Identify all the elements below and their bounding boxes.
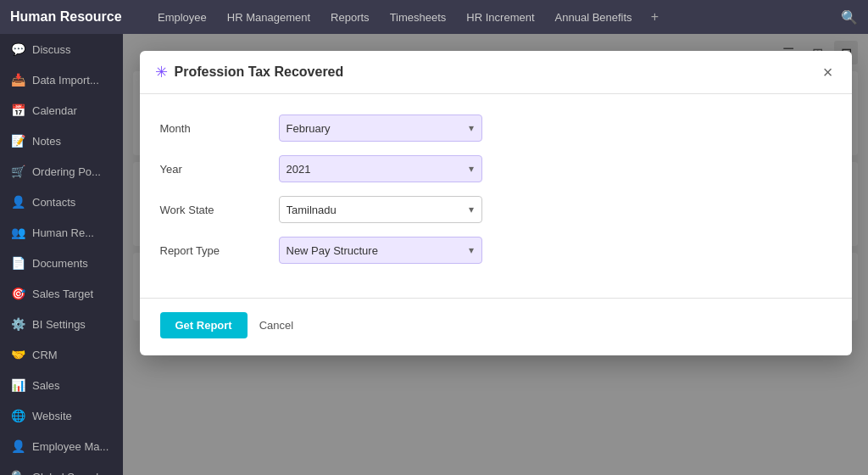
notes-icon: 📝 [10, 133, 25, 148]
month-select[interactable]: February January March April May June Ju… [279, 115, 482, 142]
work-state-row: Work State Tamilnadu Karnataka Maharasht… [160, 196, 832, 223]
sidebar-label-notes: Notes [32, 135, 61, 148]
sidebar-item-global-search[interactable]: 🔍 Global Search [0, 461, 123, 475]
year-row: Year 2019 2020 2021 2022 2023 [160, 155, 832, 182]
sidebar-label-contacts: Contacts [32, 196, 75, 209]
sidebar-label-ordering: Ordering Po... [32, 165, 101, 178]
month-select-wrapper: February January March April May June Ju… [279, 115, 482, 142]
sidebar-item-calendar[interactable]: 📅 Calendar [0, 95, 123, 126]
year-label: Year [160, 163, 279, 176]
sidebar-item-sales-target[interactable]: 🎯 Sales Target [0, 278, 123, 309]
nav-annual-benefits[interactable]: Annual Benefits [547, 8, 641, 27]
modal-close-button[interactable]: × [820, 64, 837, 81]
nav-menu: Employee HR Management Reports Timesheet… [149, 6, 841, 28]
work-state-select[interactable]: Tamilnadu Karnataka Maharashtra Delhi [279, 196, 482, 223]
sidebar-item-website[interactable]: 🌐 Website [0, 400, 123, 431]
get-report-button[interactable]: Get Report [160, 312, 248, 338]
content-area: ☰ ⊞ ⊟ + ABHINAV KUMAR Area Manager-Sales… [123, 34, 868, 475]
modal-divider [140, 298, 852, 299]
calendar-icon: 📅 [10, 103, 25, 118]
documents-icon: 📄 [10, 255, 25, 271]
sidebar-label-calendar: Calendar [32, 104, 77, 117]
contacts-icon: 👤 [10, 194, 25, 210]
sidebar-item-sales[interactable]: 📊 Sales [0, 370, 123, 400]
nav-timesheets[interactable]: Timesheets [381, 8, 455, 27]
modal-title-row: ✳ Profession Tax Recovered [155, 63, 344, 81]
modal-body: Month February January March April May J… [140, 94, 852, 291]
profession-tax-modal: ✳ Profession Tax Recovered × Month Febru… [140, 51, 852, 355]
report-type-label: Report Type [160, 244, 279, 257]
app-title: Human Resource [10, 9, 129, 25]
sidebar-label-sales-target: Sales Target [32, 288, 93, 300]
crm-icon: 🤝 [10, 347, 25, 362]
sidebar-item-bi-settings[interactable]: ⚙️ BI Settings [0, 309, 123, 339]
cancel-button[interactable]: Cancel [256, 312, 297, 338]
month-label: Month [160, 122, 279, 135]
sales-icon: 📊 [10, 377, 25, 393]
sidebar-item-ordering[interactable]: 🛒 Ordering Po... [0, 156, 123, 187]
sidebar-item-employee-ma[interactable]: 👤 Employee Ma... [0, 431, 123, 461]
sidebar-label-employee-ma: Employee Ma... [32, 440, 108, 453]
sidebar-label-documents: Documents [32, 257, 88, 270]
nav-employee[interactable]: Employee [149, 8, 215, 27]
modal-overlay: ✳ Profession Tax Recovered × Month Febru… [123, 34, 868, 475]
sidebar-item-discuss[interactable]: 💬 Discuss [0, 34, 123, 64]
report-type-select-wrapper: New Pay Structure Old Pay Structure [279, 237, 482, 264]
sidebar-label-website: Website [32, 410, 72, 422]
sidebar-label-global-search: Global Search [32, 471, 102, 476]
sidebar-label-crm: CRM [32, 349, 58, 361]
report-type-select[interactable]: New Pay Structure Old Pay Structure [279, 237, 482, 264]
nav-hr-increment[interactable]: HR Increment [458, 8, 542, 27]
top-navigation: Human Resource Employee HR Management Re… [0, 0, 868, 34]
sidebar-label-sales: Sales [32, 379, 60, 392]
nav-reports[interactable]: Reports [322, 8, 378, 27]
report-type-row: Report Type New Pay Structure Old Pay St… [160, 237, 832, 264]
search-icon[interactable]: 🔍 [841, 9, 858, 25]
year-select[interactable]: 2019 2020 2021 2022 2023 [279, 155, 482, 182]
sidebar-label-bi-settings: BI Settings [32, 318, 86, 331]
nav-hr-management[interactable]: HR Management [219, 8, 319, 27]
website-icon: 🌐 [10, 408, 25, 423]
year-select-wrapper: 2019 2020 2021 2022 2023 [279, 155, 482, 182]
data-import-icon: 📥 [10, 72, 25, 87]
sidebar: 💬 Discuss 📥 Data Import... 📅 Calendar 📝 … [0, 34, 123, 475]
modal-title: Profession Tax Recovered [175, 64, 344, 80]
sidebar-item-human-resource[interactable]: 👥 Human Re... [0, 217, 123, 248]
modal-footer: Get Report Cancel [140, 312, 852, 355]
month-row: Month February January March April May J… [160, 115, 832, 142]
sidebar-item-documents[interactable]: 📄 Documents [0, 248, 123, 278]
work-state-select-wrapper: Tamilnadu Karnataka Maharashtra Delhi [279, 196, 482, 223]
sidebar-label-human-resource: Human Re... [32, 226, 94, 239]
human-resource-icon: 👥 [10, 225, 25, 240]
global-search-icon: 🔍 [10, 469, 25, 475]
modal-header: ✳ Profession Tax Recovered × [140, 51, 852, 94]
work-state-label: Work State [160, 204, 279, 216]
sidebar-item-crm[interactable]: 🤝 CRM [0, 339, 123, 370]
discuss-icon: 💬 [10, 42, 25, 57]
bi-settings-icon: ⚙️ [10, 316, 25, 332]
main-layout: 💬 Discuss 📥 Data Import... 📅 Calendar 📝 … [0, 34, 868, 475]
nav-add-button[interactable]: + [644, 6, 665, 28]
sales-target-icon: 🎯 [10, 286, 25, 301]
ordering-icon: 🛒 [10, 164, 25, 179]
employee-ma-icon: 👤 [10, 439, 25, 454]
sidebar-item-contacts[interactable]: 👤 Contacts [0, 187, 123, 217]
sidebar-label-data-import: Data Import... [32, 74, 99, 87]
sidebar-item-notes[interactable]: 📝 Notes [0, 126, 123, 156]
sidebar-label-discuss: Discuss [32, 43, 71, 56]
modal-icon: ✳ [155, 63, 168, 81]
sidebar-item-data-import[interactable]: 📥 Data Import... [0, 64, 123, 95]
